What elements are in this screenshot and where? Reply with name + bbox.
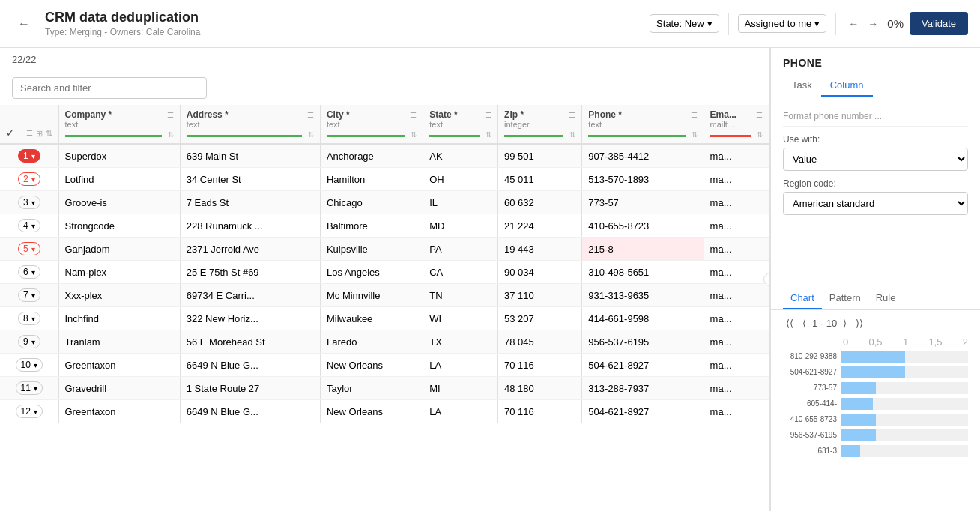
- email-cell: ma...: [704, 307, 769, 330]
- address-cell: 2371 Jerrold Ave: [180, 238, 320, 261]
- row-badge[interactable]: 9 ▾: [18, 335, 40, 348]
- col-menu-icon[interactable]: ☰: [307, 111, 314, 119]
- tab-rule[interactable]: Rule: [868, 288, 904, 309]
- row-badge[interactable]: 8 ▾: [18, 312, 40, 325]
- page-last-button[interactable]: ⟩⟩: [853, 316, 866, 330]
- tab-task[interactable]: Task: [783, 75, 821, 97]
- search-input[interactable]: [12, 77, 207, 99]
- chart-bar: [841, 414, 876, 426]
- col-menu-icon[interactable]: ☰: [691, 111, 698, 119]
- city-cell: Mc Minnville: [320, 284, 423, 307]
- table-row: 4 ▾ Strongcode 228 Runamuck ... Baltimor…: [0, 214, 769, 238]
- col-menu-icon[interactable]: ☰: [569, 111, 575, 119]
- col-menu-icon[interactable]: ☰: [756, 111, 763, 119]
- record-count: 22/22: [12, 54, 37, 65]
- chart-row: 504-621-8927: [783, 366, 968, 378]
- page-first-button[interactable]: ⟨⟨: [783, 316, 796, 330]
- chevron-down-icon: ▾: [34, 384, 37, 393]
- row-badge[interactable]: 10 ▾: [16, 358, 43, 372]
- row-num-cell: 7 ▾: [0, 284, 58, 307]
- email-cell: ma...: [704, 261, 769, 284]
- page-next-button[interactable]: ⟩: [840, 316, 850, 330]
- table-row: 12 ▾ Greentaxon 6649 N Blue G... New Orl…: [0, 400, 769, 423]
- email-cell: ma...: [704, 168, 769, 191]
- state-cell: PA: [423, 238, 498, 261]
- table-row: 3 ▾ Groove-is 7 Eads St Chicago IL 60 63…: [0, 191, 769, 214]
- nav-prev-button[interactable]: ←: [845, 15, 862, 33]
- col-menu-icon[interactable]: ☰: [485, 111, 491, 119]
- state-cell: AK: [423, 144, 498, 168]
- col-menu-icon[interactable]: ☰: [167, 111, 174, 119]
- sort-icon[interactable]: ⇅: [308, 130, 314, 139]
- chevron-down-icon: ▾: [31, 222, 35, 230]
- use-with-label: Use with:: [783, 134, 968, 145]
- back-button[interactable]: ←: [12, 14, 36, 34]
- row-badge[interactable]: 3 ▾: [18, 196, 40, 209]
- use-with-select[interactable]: Value Pattern Rule: [783, 148, 968, 171]
- sort-icon[interactable]: ⇅: [168, 130, 174, 139]
- chevron-down-icon: ▾: [814, 18, 820, 29]
- row-num-cell: 4 ▾: [0, 214, 58, 238]
- row-badge[interactable]: 2 ▾: [18, 172, 40, 186]
- sort-icon[interactable]: ⇅: [486, 130, 491, 139]
- email-cell: ma...: [704, 144, 769, 168]
- nav-next-button[interactable]: →: [865, 15, 881, 33]
- zip-cell: 53 207: [498, 307, 582, 330]
- tab-column[interactable]: Column: [821, 75, 873, 97]
- chevron-down-icon: ▾: [707, 18, 713, 29]
- validate-button[interactable]: Validate: [910, 12, 968, 35]
- zip-cell: 48 180: [498, 377, 582, 400]
- sort-icon[interactable]: ⇅: [46, 129, 52, 139]
- email-cell: ma...: [704, 354, 769, 377]
- col-menu-icon[interactable]: ☰: [410, 111, 417, 119]
- address-cell: 34 Center St: [180, 168, 320, 191]
- row-badge[interactable]: 6 ▾: [18, 265, 40, 279]
- menu-icon[interactable]: ☰: [26, 129, 33, 139]
- table-row: 6 ▾ Nam-plex 25 E 75th St #69 Los Angele…: [0, 261, 769, 284]
- row-badge[interactable]: 11 ▾: [16, 381, 43, 395]
- sort-icon[interactable]: ⇅: [757, 130, 763, 139]
- chevron-down-icon: ▾: [31, 199, 35, 207]
- chart-bar: [841, 445, 860, 457]
- chart-bar-wrap: [841, 445, 968, 457]
- row-badge[interactable]: 4 ▾: [18, 219, 40, 232]
- header-title-block: CRM data deduplication Type: Merging - O…: [45, 10, 641, 37]
- sort-icon[interactable]: ⇅: [692, 130, 698, 139]
- chart-bars: 810-292-9388 504-621-8927 773-57 605-414…: [783, 351, 968, 457]
- chevron-down-icon: ▾: [31, 291, 35, 300]
- state-dropdown[interactable]: State: New ▾: [650, 14, 719, 33]
- row-badge[interactable]: 12 ▾: [16, 405, 43, 418]
- row-num-cell: 10 ▾: [0, 354, 58, 377]
- chart-bar: [841, 382, 876, 394]
- chevron-down-icon: ▾: [34, 408, 37, 416]
- phone-cell: 773-57: [582, 191, 704, 214]
- zip-cell: 21 224: [498, 214, 582, 238]
- page-subtitle: Type: Merging - Owners: Cale Carolina: [45, 27, 641, 37]
- row-badge[interactable]: 7 ▾: [18, 288, 40, 302]
- chart-row: 631-3: [783, 445, 968, 457]
- sort-icon[interactable]: ⇅: [569, 130, 575, 139]
- city-cell: Hamilton: [320, 168, 423, 191]
- chart-label: 810-292-9388: [783, 352, 841, 360]
- chart-bar-wrap: [841, 382, 968, 394]
- tab-chart[interactable]: Chart: [783, 288, 822, 309]
- city-cell: Anchorage: [320, 144, 423, 168]
- left-panel-inner: 22/22 ✓ ☰ ⊞: [0, 48, 769, 423]
- row-badge[interactable]: 5 ▾: [18, 242, 40, 256]
- check-icon: ✓: [6, 127, 14, 139]
- expand-icon[interactable]: ⊞: [36, 129, 43, 139]
- row-badge[interactable]: 1 ▾: [18, 149, 40, 163]
- chart-bar-wrap: [841, 366, 968, 378]
- region-code-select[interactable]: American standard European standard Inte…: [783, 192, 968, 215]
- address-cell: 6649 N Blue G...: [180, 354, 320, 377]
- app-header: ← CRM data deduplication Type: Merging -…: [0, 0, 980, 48]
- chart-bar: [841, 429, 876, 441]
- chevron-down-icon: ▾: [34, 361, 37, 369]
- col-header-zip: Zip * ☰ integer ⇅: [498, 105, 582, 144]
- assigned-dropdown[interactable]: Assigned to me ▾: [738, 14, 827, 33]
- company-cell: Nam-plex: [58, 261, 180, 284]
- tab-pattern[interactable]: Pattern: [822, 288, 868, 309]
- sort-icon[interactable]: ⇅: [411, 130, 417, 139]
- page-prev-button[interactable]: ⟨: [799, 316, 809, 330]
- zip-cell: 99 501: [498, 144, 582, 168]
